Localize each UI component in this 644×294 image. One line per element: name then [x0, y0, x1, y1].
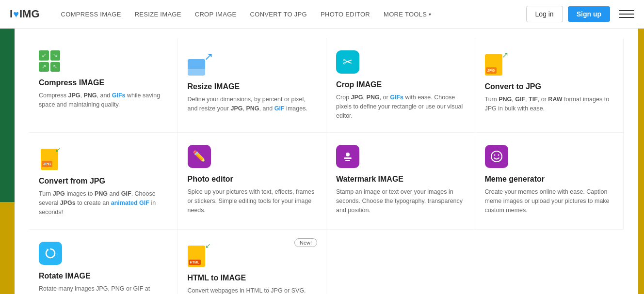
hamburger-line-3 [619, 17, 634, 18]
nav-item-photo-editor[interactable]: PHOTO EDITOR [314, 0, 377, 29]
nav-item-crop[interactable]: CROP IMAGE [188, 0, 243, 29]
tool-card-crop[interactable]: ✂ Crop IMAGE Crop JPG, PNG, or GIFs with… [326, 38, 475, 133]
hamburger-line-1 [619, 10, 634, 11]
tool-desc-photo-editor: Spice up your pictures with text, effect… [188, 187, 317, 215]
page-wrapper: ↙ ↘ ↗ ↖ Compress IMAGE Compress JPG, PNG… [0, 29, 644, 294]
tools-grid: ↙ ↘ ↗ ↖ Compress IMAGE Compress JPG, PNG… [29, 38, 624, 294]
tool-title-convert-to-jpg: Convert to JPG [485, 82, 614, 91]
tool-desc-convert-from-jpg: Turn JPG images to PNG and GIF. Choose s… [39, 189, 168, 217]
nav-item-resize[interactable]: RESIZE IMAGE [128, 0, 188, 29]
watermark-icon [336, 145, 465, 168]
photo-editor-icon: ✏️ [188, 145, 317, 168]
tool-card-html-to-image[interactable]: New! HTML ↙ HTML to IMAGE Convert webpag… [178, 230, 327, 294]
svg-rect-1 [344, 157, 352, 159]
crop-icon: ✂ [336, 50, 465, 74]
new-badge: New! [294, 238, 317, 247]
tool-desc-compress: Compress JPG, PNG, and GIFs while saving… [39, 91, 168, 109]
tool-title-meme: Meme generator [485, 175, 614, 184]
tool-title-photo-editor: Photo editor [188, 175, 317, 184]
tool-desc-watermark: Stamp an image or text over your images … [336, 187, 465, 215]
main-content: ↙ ↘ ↗ ↖ Compress IMAGE Compress JPG, PNG… [15, 29, 638, 294]
tool-desc-crop: Crop JPG, PNG, or GIFs with ease. Choose… [336, 93, 465, 120]
tool-desc-meme: Create your memes online with ease. Capt… [485, 187, 614, 215]
rotate-icon [39, 242, 168, 265]
tool-card-watermark[interactable]: Watermark IMAGE Stamp an image or text o… [326, 133, 475, 229]
tool-card-compress[interactable]: ↙ ↘ ↗ ↖ Compress IMAGE Compress JPG, PNG… [29, 38, 178, 133]
signup-button[interactable]: Sign up [568, 6, 610, 22]
login-button[interactable]: Log in [526, 6, 563, 22]
tool-desc-html: Convert webpages in HTML to JPG or SVG. [188, 286, 317, 294]
convert-from-jpg-icon: JPG ↙ [39, 145, 168, 170]
svg-marker-6 [47, 248, 49, 251]
main-nav: COMPRESS IMAGE RESIZE IMAGE CROP IMAGE C… [54, 0, 526, 29]
nav-item-more-tools[interactable]: MORE TOOLS ▾ [377, 0, 438, 29]
logo-img-text: IMG [19, 8, 40, 20]
tool-card-convert-to-jpg[interactable]: JPG ↗ Convert to JPG Turn PNG, GIF, TIF,… [475, 38, 624, 133]
logo-heart-icon: ♥ [13, 9, 19, 20]
tool-title-convert-from-jpg: Convert from JPG [39, 177, 168, 186]
tool-title-html: HTML to IMAGE [188, 274, 317, 282]
tool-card-meme[interactable]: Meme generator Create your memes online … [475, 133, 624, 229]
hamburger-menu[interactable] [619, 6, 634, 22]
svg-point-3 [491, 151, 502, 162]
logo[interactable]: I ♥ IMG [10, 8, 40, 20]
right-accent-bar [638, 29, 644, 294]
tool-title-crop: Crop IMAGE [336, 80, 465, 89]
svg-point-0 [346, 153, 350, 156]
tool-card-convert-from-jpg[interactable]: JPG ↙ Convert from JPG Turn JPG images t… [29, 133, 178, 229]
tool-desc-rotate: Rotate many images JPG, PNG or GIF at [39, 284, 168, 294]
tool-card-photo-editor[interactable]: ✏️ Photo editor Spice up your pictures w… [178, 133, 327, 229]
hamburger-line-2 [619, 14, 634, 15]
resize-icon: ↗ [188, 50, 213, 76]
convert-to-jpg-icon: JPG ↗ [485, 50, 614, 76]
meme-icon [485, 145, 614, 168]
nav-item-convert-to-jpg[interactable]: CONVERT TO JPG [243, 0, 314, 29]
tool-title-watermark: Watermark IMAGE [336, 175, 465, 184]
nav-item-compress[interactable]: COMPRESS IMAGE [54, 0, 128, 29]
tool-desc-resize: Define your dimensions, by percent or pi… [188, 95, 317, 113]
tool-card-resize[interactable]: ↗ Resize IMAGE Define your dimensions, b… [178, 38, 327, 133]
header: I ♥ IMG COMPRESS IMAGE RESIZE IMAGE CROP… [0, 0, 644, 29]
tool-card-rotate[interactable]: Rotate IMAGE Rotate many images JPG, PNG… [29, 230, 178, 294]
tool-title-compress: Compress IMAGE [39, 78, 168, 87]
header-actions: Log in Sign up [526, 6, 634, 22]
compress-icon: ↙ ↘ ↗ ↖ [39, 50, 168, 72]
chevron-down-icon: ▾ [429, 12, 431, 17]
tool-desc-convert-to-jpg: Turn PNG, GIF, TIF, or RAW format images… [485, 95, 614, 113]
tool-title-resize: Resize IMAGE [188, 82, 317, 91]
svg-rect-2 [345, 160, 350, 161]
logo-i: I [10, 8, 13, 20]
svg-point-5 [498, 155, 499, 156]
left-accent-bar [0, 29, 15, 294]
tool-title-rotate: Rotate IMAGE [39, 272, 168, 280]
svg-point-4 [494, 155, 495, 156]
